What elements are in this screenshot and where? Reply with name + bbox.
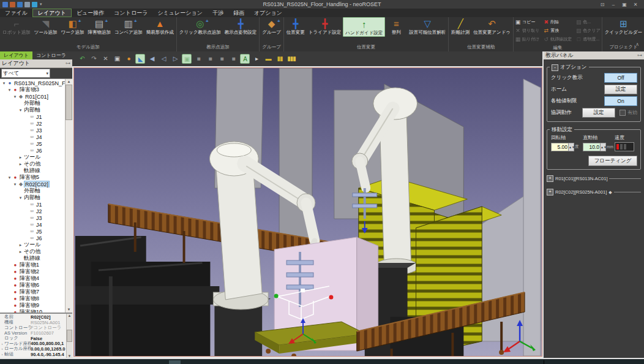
tree-item-障害物2[interactable]: ●障害物2 (0, 268, 66, 275)
view-face-3-icon[interactable]: ■ (217, 54, 227, 64)
scroll-down-icon[interactable]: ▼ (67, 307, 71, 313)
taskbar[interactable] (0, 358, 644, 364)
tree-item-障害物9[interactable]: ●障害物9 (0, 302, 66, 309)
tree-item-J2[interactable]: ∞J2 (0, 120, 66, 127)
restore-button[interactable]: ▣ (620, 1, 629, 8)
tree-item-その他[interactable]: ▸その他 (0, 248, 66, 255)
tree-item-J6[interactable]: ∞J6 (0, 235, 66, 241)
teach-pose-set-button[interactable]: ╋教示点姿勢設定 (223, 17, 259, 36)
view-face-2-icon[interactable]: ■ (205, 54, 215, 64)
scroll-up-icon[interactable]: ▲ (68, 314, 72, 317)
home-icon[interactable] (10, 2, 15, 7)
expander-closed-icon[interactable]: ▸ (18, 249, 23, 254)
feedback-icon[interactable]: ⊡ (597, 1, 607, 8)
option-button-ホーム[interactable]: 設定 (604, 85, 637, 94)
property-row-ロック[interactable]: ロックFalse (0, 336, 67, 341)
layout-window-icon[interactable] (24, 2, 30, 7)
tree-filter-dropdown[interactable]: すべて ▾ (1, 69, 50, 78)
tree-item-その他[interactable]: ▸その他 (0, 161, 66, 167)
tree-item-J6[interactable]: ∞J6 (0, 147, 66, 154)
property-scroll-thumb[interactable] (67, 330, 72, 342)
tree-item-障害物6[interactable]: ●障害物6 (0, 282, 66, 289)
expander-open-icon[interactable]: ▾ (7, 175, 12, 180)
scroll-up-icon[interactable]: ▲ (67, 79, 71, 85)
sidebar-tab-コントローラ[interactable]: コントローラ (32, 51, 70, 59)
tree-item-外部軸[interactable]: 外部軸 (0, 188, 66, 194)
view-face-4-icon[interactable]: ■ (228, 54, 238, 64)
view-left-icon[interactable]: ◀ (147, 54, 157, 64)
ribbon-collapse-button[interactable]: ∧ (635, 42, 639, 47)
tree-item-J4[interactable]: ∞J4 (0, 221, 66, 228)
property-row-軸値[interactable]: ›軸値90.4.0,-90.145.4 (0, 352, 67, 357)
roller-icon[interactable]: ▬ (263, 54, 273, 64)
expander-closed-icon[interactable]: ▸ (18, 243, 23, 248)
tree-item-J3[interactable]: ∞J3 (0, 127, 66, 134)
minimize-button[interactable]: – (608, 1, 618, 8)
view-back-icon[interactable]: ◁ (159, 54, 168, 64)
tree-item-J1[interactable]: ∞J1 (0, 201, 66, 208)
menu-tab-ビュー操作[interactable]: ビュー操作 (72, 9, 109, 17)
tree-item-R01[C01][interactable]: ▾◆R01[C01] (0, 93, 66, 100)
sidebar-tab-レイアウト[interactable]: レイアウト (0, 51, 32, 59)
tree-item-ツール[interactable]: ▸ツール (0, 154, 66, 161)
tree-scrollbar[interactable]: ▲ ▼ (65, 79, 72, 313)
position-undo-button[interactable]: ↶位置変更アンドゥ (471, 17, 512, 36)
menu-tab-コントローラ[interactable]: コントローラ (109, 9, 152, 17)
speed-indicator[interactable] (615, 142, 634, 151)
tree-item-障害物3[interactable]: ▾●障害物3 (0, 86, 66, 93)
view-face-top-icon[interactable]: ▣ (182, 54, 192, 64)
3d-viewport[interactable] (73, 67, 542, 357)
obstacle-add-button[interactable]: ▤+障害物追加 (86, 17, 113, 36)
tree-item-RS013N_RS025N_Floor_Han[interactable]: ▾●RS013N_RS025N_Floor_Han (0, 80, 66, 86)
delete-button[interactable]: ✖削除 (542, 19, 572, 25)
linear-axis-stepper[interactable]: 10.0 ▲▼ mm (583, 143, 615, 151)
tree-item-J5[interactable]: ∞J5 (0, 228, 66, 235)
copy-button[interactable]: ▣コピー (514, 19, 540, 25)
tree-item-内部軸[interactable]: ▾内部軸 (0, 194, 66, 201)
tree-item-J4[interactable]: ∞J4 (0, 134, 66, 140)
tree-item-ツール[interactable]: ▸ツール (0, 241, 66, 248)
jog-bars-2-icon[interactable]: ▮▮▮ (286, 54, 296, 64)
tree-item-外部軸[interactable]: 外部軸 (0, 100, 66, 107)
menu-tab-干渉[interactable]: 干渉 (208, 9, 228, 17)
property-row-ローカル座標系[interactable]: ›ローカル座標系0.00,0.00,1265.0 (0, 346, 67, 352)
tree-item-障害物7[interactable]: ●障害物7 (0, 289, 66, 295)
property-scrollbar[interactable]: ▲ ▼ (66, 314, 72, 358)
replace-button[interactable]: ⇄置換 (542, 28, 572, 34)
expander-open-icon[interactable]: ▾ (18, 195, 23, 200)
close-button[interactable]: ✕ (631, 1, 640, 8)
projection-icon[interactable]: A (240, 54, 250, 64)
taskbar-active-segment[interactable] (169, 360, 181, 364)
collapse-minus-icon[interactable]: - (552, 64, 558, 71)
tree-item-軌跡線[interactable]: 軌跡線 (0, 167, 66, 174)
property-row-ワールド座標系[interactable]: ›ワールド座標系400.00,800.00,1 (0, 341, 67, 346)
rotary-axis-value[interactable]: 5.00 (551, 143, 569, 151)
option-button-クリック教示[interactable]: Off (604, 73, 637, 83)
spinner-arrows-icon[interactable]: ▲▼ (601, 143, 606, 151)
option-button-各軸値制限[interactable]: On (604, 96, 637, 106)
spinner-arrows-icon[interactable]: ▲▼ (569, 143, 574, 151)
expander-open-icon[interactable]: ▾ (12, 94, 18, 99)
tree-item-障害物1[interactable]: ●障害物1 (0, 262, 66, 268)
property-row-コントローラ[interactable]: コントローラFコントローラ (0, 325, 67, 330)
placement-analysis-button[interactable]: ▽設置可能位置解析 (407, 17, 447, 36)
rotary-axis-stepper[interactable]: 5.00 ▲▼ 度 (551, 143, 583, 151)
shape-create-button[interactable]: ▲簡易形状作成 (144, 17, 176, 36)
expander-closed-icon[interactable]: ▸ (18, 155, 23, 160)
expander-open-icon[interactable]: ▾ (1, 81, 7, 86)
tree-item-J3[interactable]: ∞J3 (0, 214, 66, 221)
expander-closed-icon[interactable]: › (0, 342, 4, 346)
zoom-fit-icon[interactable]: ▣ (112, 54, 122, 64)
tree-item-障害物8[interactable]: ●障害物8 (0, 295, 66, 302)
view-iso-icon[interactable]: ◣ (135, 54, 145, 64)
tree-item-内部軸[interactable]: ▾内部軸 (0, 107, 66, 113)
menu-tab-シミュレーション[interactable]: シミュレーション (152, 9, 207, 17)
floating-button[interactable]: フローティング (588, 156, 637, 166)
delete-view-icon[interactable]: ✕ (100, 54, 110, 64)
position-move-button[interactable]: ╋位置変更 (285, 17, 307, 36)
triad-set-button[interactable]: ╋トライアド設定 (307, 17, 343, 36)
conveyor-add-button[interactable]: ▥+コンベア追加 (113, 17, 144, 36)
menu-tab-オプション[interactable]: オプション (249, 9, 287, 17)
jog-bars-icon[interactable]: ▮▮ (275, 54, 285, 64)
expand-plus-icon[interactable]: + (547, 175, 553, 182)
